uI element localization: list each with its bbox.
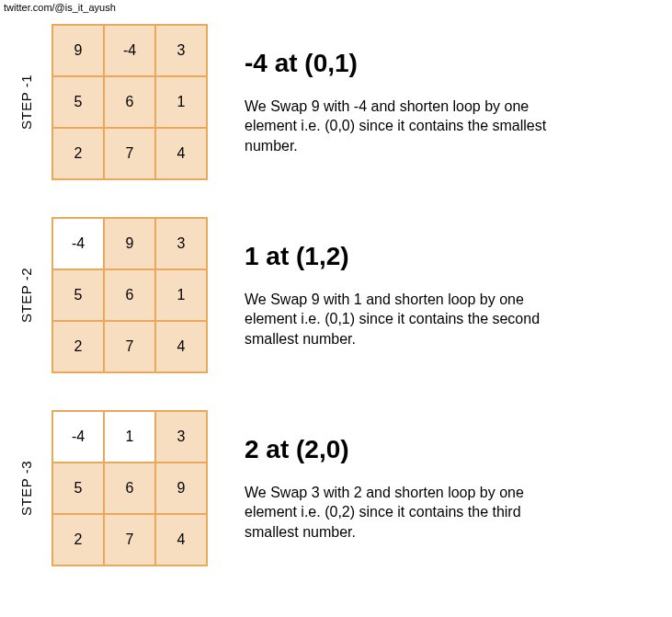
grid-cell: 5 <box>52 463 104 514</box>
step-1-desc: -4 at (0,1) We Swap 9 with -4 and shorte… <box>245 49 575 156</box>
grid-cell: 7 <box>104 514 155 566</box>
grid-cell: 3 <box>155 411 207 463</box>
step-3-label: STEP -3 <box>18 461 35 516</box>
grid-cell: 2 <box>52 514 104 566</box>
grid-cell: 7 <box>104 128 155 179</box>
grid-cell: 4 <box>155 514 207 566</box>
step-3-grid: -4 1 3 5 6 9 2 7 4 <box>51 410 208 566</box>
grid-cell: 6 <box>104 463 155 514</box>
steps-container: STEP -1 9 -4 3 5 6 1 2 7 4 -4 at (0,1) W… <box>0 15 672 617</box>
grid-cell: 1 <box>155 269 207 321</box>
step-3-title: 2 at (2,0) <box>245 435 575 464</box>
grid-cell: 5 <box>52 269 104 321</box>
grid-cell: 3 <box>155 218 207 269</box>
credit-link[interactable]: twitter.com/@is_it_ayush <box>0 0 672 15</box>
step-3-body: We Swap 3 with 2 and shorten loop by one… <box>245 483 575 543</box>
grid-cell: -4 <box>52 218 104 269</box>
grid-cell: 6 <box>104 269 155 321</box>
grid-cell: -4 <box>104 25 155 76</box>
grid-cell: 2 <box>52 321 104 372</box>
grid-cell: 5 <box>52 76 104 128</box>
grid-cell: 2 <box>52 128 104 179</box>
step-1-body: We Swap 9 with -4 and shorten loop by on… <box>245 97 575 156</box>
step-3: STEP -3 -4 1 3 5 6 9 2 7 4 2 at (2,0) We… <box>18 410 654 566</box>
step-2-grid: -4 9 3 5 6 1 2 7 4 <box>51 217 208 373</box>
grid-cell: 9 <box>104 218 155 269</box>
step-2-desc: 1 at (1,2) We Swap 9 with 1 and shorten … <box>245 242 575 349</box>
grid-cell: 3 <box>155 25 207 76</box>
step-1-grid: 9 -4 3 5 6 1 2 7 4 <box>51 24 208 180</box>
grid-cell: 7 <box>104 321 155 372</box>
grid-cell: 4 <box>155 128 207 179</box>
grid-cell: 4 <box>155 321 207 372</box>
step-1-label: STEP -1 <box>18 74 35 130</box>
step-2-title: 1 at (1,2) <box>245 242 575 271</box>
step-2-body: We Swap 9 with 1 and shorten loop by one… <box>245 290 575 349</box>
grid-cell: 9 <box>155 463 207 514</box>
step-3-desc: 2 at (2,0) We Swap 3 with 2 and shorten … <box>245 435 575 543</box>
grid-cell: 1 <box>104 411 155 463</box>
grid-cell: 6 <box>104 76 155 128</box>
step-2-label: STEP -2 <box>18 268 35 323</box>
step-1: STEP -1 9 -4 3 5 6 1 2 7 4 -4 at (0,1) W… <box>18 24 654 180</box>
grid-cell: 1 <box>155 76 207 128</box>
step-1-title: -4 at (0,1) <box>245 49 575 78</box>
step-2: STEP -2 -4 9 3 5 6 1 2 7 4 1 at (1,2) We… <box>18 217 654 373</box>
grid-cell: 9 <box>52 25 104 76</box>
grid-cell: -4 <box>52 411 104 463</box>
